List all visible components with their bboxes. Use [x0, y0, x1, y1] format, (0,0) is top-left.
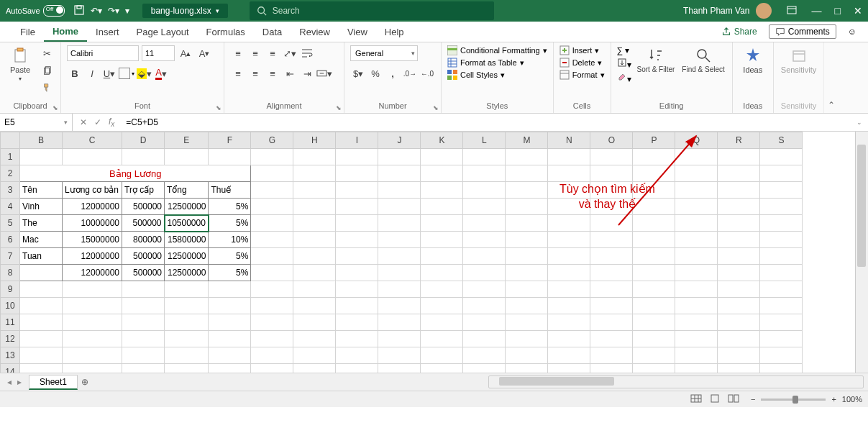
- col-header[interactable]: F: [209, 132, 251, 149]
- name-box[interactable]: E5▾: [0, 114, 73, 131]
- col-header[interactable]: J: [378, 132, 421, 149]
- cell[interactable]: [718, 298, 760, 314]
- cell[interactable]: [421, 364, 463, 373]
- cell[interactable]: [548, 182, 590, 199]
- cell[interactable]: [506, 347, 548, 364]
- cell[interactable]: [718, 215, 760, 232]
- cell[interactable]: [718, 265, 760, 281]
- row-header[interactable]: 13: [1, 347, 20, 364]
- cell[interactable]: [633, 248, 675, 265]
- align-middle-icon[interactable]: ≡: [247, 45, 263, 61]
- cell[interactable]: [590, 232, 633, 248]
- comments-button[interactable]: Comments: [769, 24, 836, 39]
- cell[interactable]: [590, 281, 633, 298]
- cell[interactable]: [633, 281, 675, 298]
- cell[interactable]: [590, 298, 633, 314]
- cell[interactable]: [122, 298, 165, 314]
- cell[interactable]: 5%: [209, 199, 251, 215]
- cell[interactable]: [718, 199, 760, 215]
- cell[interactable]: [548, 281, 590, 298]
- cell[interactable]: [336, 182, 378, 199]
- cell[interactable]: [548, 165, 590, 182]
- row-header[interactable]: 14: [1, 364, 20, 373]
- share-button[interactable]: Share: [721, 27, 757, 37]
- sensitivity-button[interactable]: Sensitivity: [780, 45, 818, 76]
- cell[interactable]: [718, 165, 760, 182]
- cell[interactable]: [165, 347, 209, 364]
- cell[interactable]: [421, 347, 463, 364]
- cell[interactable]: [378, 364, 421, 373]
- cell[interactable]: [675, 347, 718, 364]
- cell[interactable]: [122, 331, 165, 347]
- cell[interactable]: [421, 265, 463, 281]
- cell[interactable]: [718, 331, 760, 347]
- cell[interactable]: [760, 182, 803, 199]
- cell[interactable]: [165, 149, 209, 165]
- formula-input[interactable]: =C5+D5: [122, 117, 851, 127]
- cell[interactable]: [251, 215, 293, 232]
- cell[interactable]: [548, 298, 590, 314]
- cell[interactable]: [421, 248, 463, 265]
- cell[interactable]: [548, 347, 590, 364]
- format-painter-icon[interactable]: [39, 80, 55, 96]
- cell[interactable]: [590, 265, 633, 281]
- cell[interactable]: [122, 364, 165, 373]
- cell[interactable]: [506, 281, 548, 298]
- cell[interactable]: [20, 281, 63, 298]
- cell[interactable]: [590, 215, 633, 232]
- cell[interactable]: [675, 215, 718, 232]
- cell[interactable]: [760, 199, 803, 215]
- cell[interactable]: [209, 347, 251, 364]
- cell[interactable]: [463, 298, 506, 314]
- align-top-icon[interactable]: ≡: [230, 45, 246, 61]
- cell[interactable]: [336, 215, 378, 232]
- cell[interactable]: [633, 232, 675, 248]
- format-cells-button[interactable]: Format ▾: [559, 70, 605, 80]
- indent-inc-icon[interactable]: ⇥: [299, 65, 315, 81]
- tab-data[interactable]: Data: [254, 23, 291, 41]
- cell[interactable]: [378, 265, 421, 281]
- cell[interactable]: [548, 215, 590, 232]
- cell[interactable]: 500000: [122, 199, 165, 215]
- cell[interactable]: [633, 182, 675, 199]
- cell[interactable]: [633, 199, 675, 215]
- cell[interactable]: [463, 232, 506, 248]
- cell[interactable]: [336, 232, 378, 248]
- col-header[interactable]: E: [165, 132, 209, 149]
- cell[interactable]: [378, 298, 421, 314]
- cell[interactable]: [336, 165, 378, 182]
- cell[interactable]: [378, 165, 421, 182]
- tab-help[interactable]: Help: [376, 23, 413, 41]
- cell[interactable]: [20, 364, 63, 373]
- cell[interactable]: [336, 347, 378, 364]
- font-color-icon[interactable]: A▾: [153, 65, 169, 81]
- cell[interactable]: [506, 248, 548, 265]
- cell[interactable]: 5%: [209, 265, 251, 281]
- smiley-icon[interactable]: ☺: [848, 27, 856, 37]
- cell[interactable]: [20, 331, 63, 347]
- fill-icon[interactable]: ▾: [617, 58, 631, 70]
- cell[interactable]: [633, 165, 675, 182]
- row-header[interactable]: 10: [1, 298, 20, 314]
- cell[interactable]: 5%: [209, 215, 251, 232]
- cell[interactable]: 500000: [122, 215, 165, 232]
- cell[interactable]: [421, 182, 463, 199]
- cell[interactable]: [760, 281, 803, 298]
- cell[interactable]: [421, 314, 463, 331]
- cell[interactable]: [63, 314, 122, 331]
- tab-review[interactable]: Review: [291, 23, 339, 41]
- cell[interactable]: Tuan: [20, 248, 63, 265]
- currency-icon[interactable]: $▾: [350, 65, 366, 81]
- cell[interactable]: [20, 314, 63, 331]
- cell[interactable]: [293, 364, 336, 373]
- col-header[interactable]: H: [293, 132, 336, 149]
- paste-button[interactable]: Paste▾: [6, 45, 35, 83]
- cell[interactable]: [590, 364, 633, 373]
- cell[interactable]: [293, 298, 336, 314]
- cell[interactable]: [718, 248, 760, 265]
- cell[interactable]: [293, 281, 336, 298]
- cell[interactable]: [251, 232, 293, 248]
- cell[interactable]: [251, 298, 293, 314]
- fx-icon[interactable]: fx: [109, 117, 114, 128]
- row-header[interactable]: 4: [1, 199, 20, 215]
